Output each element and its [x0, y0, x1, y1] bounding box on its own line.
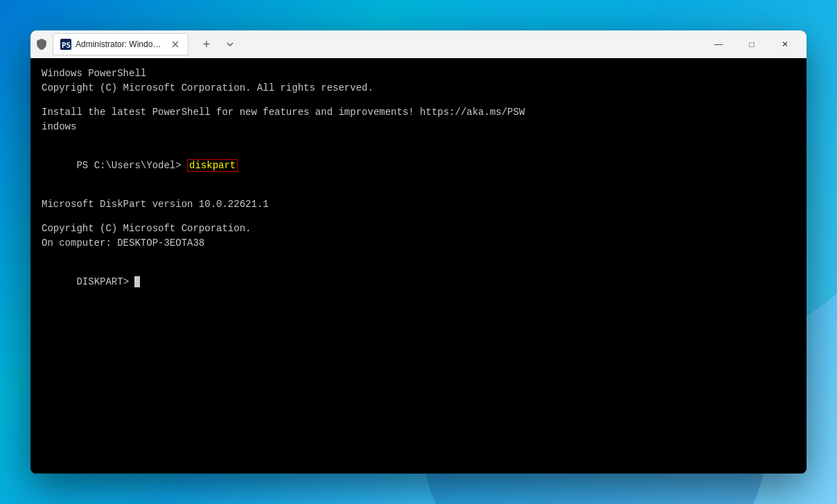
terminal-gap-2 [42, 134, 795, 144]
powershell-tab-icon: PS [60, 39, 71, 50]
terminal-gap-1 [42, 96, 795, 105]
title-bar: PS Administrator: Windows Powe + [30, 30, 807, 58]
ps-prompt: PS C:\Users\Yodel> [76, 160, 187, 171]
tab-title: Administrator: Windows Powe [76, 39, 166, 49]
minimize-button[interactable]: — [703, 33, 734, 55]
svg-text:PS: PS [62, 41, 71, 50]
terminal-gap-4 [42, 212, 795, 222]
window-controls: — □ ✕ [703, 33, 801, 55]
terminal-gap-3 [42, 188, 795, 197]
terminal-line-1: Windows PowerShell [42, 66, 795, 81]
terminal-line-7: PS C:\Users\Yodel> diskpart [42, 144, 795, 188]
terminal-line-5: indows [42, 120, 795, 134]
powershell-window: PS Administrator: Windows Powe + [30, 30, 807, 474]
terminal-line-4: Install the latest PowerShell for new fe… [42, 105, 795, 120]
cursor [134, 276, 140, 287]
close-button[interactable]: ✕ [769, 33, 801, 55]
add-tab-button[interactable]: + [197, 35, 216, 54]
title-bar-left: PS Administrator: Windows Powe + [36, 33, 703, 55]
terminal-line-11: Copyright (C) Microsoft Corporation. [42, 222, 795, 236]
terminal-line-9: Microsoft DiskPart version 10.0.22621.1 [42, 197, 795, 212]
terminal-line-12: On computer: DESKTOP-3EOTA38 [42, 236, 795, 251]
tab-close-button[interactable] [170, 39, 181, 50]
shield-icon [36, 39, 47, 50]
diskpart-prompt: DISKPART> [76, 276, 134, 287]
command-diskpart: diskpart [187, 159, 238, 172]
tab-dropdown-button[interactable] [222, 36, 238, 53]
terminal-line-14: DISKPART> [42, 260, 795, 304]
terminal-gap-5 [42, 251, 795, 260]
terminal-line-2: Copyright (C) Microsoft Corporation. All… [42, 81, 795, 96]
active-tab[interactable]: PS Administrator: Windows Powe [53, 33, 188, 55]
terminal-content[interactable]: Windows PowerShell Copyright (C) Microso… [30, 58, 807, 474]
maximize-button[interactable]: □ [736, 33, 768, 55]
